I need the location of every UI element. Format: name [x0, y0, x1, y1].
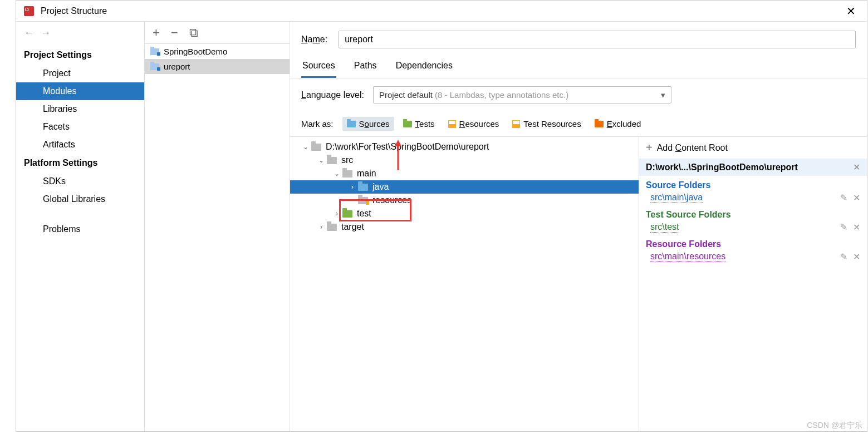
- close-icon[interactable]: ✕: [840, 2, 862, 20]
- folder-icon: [311, 144, 321, 151]
- sidebar-item-modules[interactable]: Modules: [16, 82, 144, 100]
- remove-icon[interactable]: ✕: [853, 222, 860, 233]
- chevron-right-icon: ›: [332, 210, 341, 218]
- tree-main[interactable]: ⌄main: [290, 167, 639, 180]
- module-folder-icon: [150, 48, 159, 55]
- tree-resources[interactable]: resources: [290, 194, 639, 207]
- edit-icon[interactable]: ✎: [840, 193, 847, 203]
- excluded-folder-icon: [595, 121, 604, 127]
- remove-content-root-icon[interactable]: ✕: [853, 162, 860, 172]
- sources-folder-icon: [358, 184, 368, 191]
- module-folder-icon: [150, 63, 159, 70]
- sidebar-item-problems[interactable]: Problems: [16, 220, 144, 238]
- resource-folder-item[interactable]: src\main\resources ✎✕: [639, 249, 867, 264]
- tree-root[interactable]: ⌄D:\work\ForTest\SpringBootDemo\ureport: [290, 140, 639, 154]
- test-resources-folder-icon: [512, 120, 520, 128]
- language-level-label: Language level:: [301, 90, 364, 100]
- mark-excluded-button[interactable]: Excluded: [590, 117, 646, 131]
- name-input[interactable]: [339, 31, 856, 48]
- mark-as-label: Mark as:: [301, 119, 334, 129]
- folder-icon: [327, 224, 337, 231]
- name-label: Name:: [301, 34, 327, 45]
- tests-folder-icon: [342, 210, 352, 218]
- sidebar-item-artifacts[interactable]: Artifacts: [16, 136, 144, 154]
- mark-test-resources-button[interactable]: Test Resources: [508, 117, 585, 131]
- tree-src[interactable]: ⌄src: [290, 154, 639, 167]
- remove-icon[interactable]: ✕: [853, 193, 860, 203]
- add-content-root-icon[interactable]: +: [646, 141, 653, 154]
- chevron-down-icon: ⌄: [332, 170, 341, 177]
- resources-folder-icon: [358, 197, 368, 204]
- app-icon: [24, 6, 34, 16]
- nav-forward-icon[interactable]: →: [41, 27, 51, 39]
- remove-icon[interactable]: ✕: [853, 251, 860, 262]
- lang-value: Project default: [379, 90, 435, 100]
- mark-sources-button[interactable]: Sources: [342, 117, 394, 131]
- sidebar-item-sdks[interactable]: SDKs: [16, 172, 144, 190]
- sidebar-item-facets[interactable]: Facets: [16, 118, 144, 136]
- module-label: ureport: [164, 62, 190, 71]
- tab-sources[interactable]: Sources: [301, 55, 336, 78]
- sidebar-item-project[interactable]: Project: [16, 65, 144, 82]
- chevron-right-icon: ›: [317, 223, 326, 231]
- source-folder-item[interactable]: src\main\java ✎✕: [639, 190, 867, 205]
- tree-java[interactable]: ›java: [290, 180, 639, 194]
- platform-settings-heading: Platform Settings: [16, 154, 144, 172]
- source-folders-heading: Source Folders: [639, 176, 867, 190]
- tab-dependencies[interactable]: Dependencies: [395, 55, 454, 78]
- language-level-select[interactable]: Project default (8 - Lambdas, type annot…: [373, 86, 671, 103]
- test-source-folders-heading: Test Source Folders: [639, 205, 867, 220]
- module-label: SpringBootDemo: [164, 47, 227, 56]
- sidebar-item-libraries[interactable]: Libraries: [16, 100, 144, 118]
- add-content-root-label[interactable]: Add Content Root: [657, 143, 728, 153]
- window-title: Project Structure: [41, 6, 107, 16]
- folder-icon: [327, 157, 337, 164]
- test-source-folder-item[interactable]: src\test ✎✕: [639, 220, 867, 235]
- tree-target[interactable]: ›target: [290, 220, 639, 234]
- lang-hint: (8 - Lambdas, type annotations etc.): [435, 90, 568, 100]
- folder-icon: [342, 170, 352, 177]
- resources-folder-icon: [448, 120, 456, 128]
- edit-icon[interactable]: ✎: [840, 222, 847, 233]
- tests-folder-icon: [403, 121, 412, 127]
- chevron-down-icon: ⌄: [301, 143, 310, 151]
- mark-resources-button[interactable]: Resources: [444, 117, 504, 131]
- project-settings-heading: Project Settings: [16, 46, 144, 65]
- nav-back-icon[interactable]: ←: [24, 27, 34, 39]
- sidebar-item-global-libraries[interactable]: Global Libraries: [16, 190, 144, 208]
- remove-module-icon[interactable]: −: [171, 26, 178, 40]
- tree-test[interactable]: ›test: [290, 207, 639, 220]
- content-root-path[interactable]: D:\work\...\SpringBootDemo\ureport ✕: [639, 159, 867, 176]
- edit-icon[interactable]: ✎: [840, 251, 847, 262]
- add-module-icon[interactable]: +: [153, 26, 160, 40]
- module-item-ureport[interactable]: ureport: [145, 59, 290, 74]
- module-item-springbootdemo[interactable]: SpringBootDemo: [145, 44, 290, 59]
- tab-paths[interactable]: Paths: [353, 55, 378, 78]
- copy-module-icon[interactable]: ⧉: [189, 26, 198, 40]
- resource-folders-heading: Resource Folders: [639, 235, 867, 249]
- chevron-down-icon: ⌄: [317, 156, 326, 164]
- mark-tests-button[interactable]: Tests: [399, 117, 439, 131]
- chevron-right-icon: ›: [348, 183, 357, 191]
- watermark: CSDN @君宁乐: [807, 421, 862, 431]
- sources-folder-icon: [347, 121, 356, 127]
